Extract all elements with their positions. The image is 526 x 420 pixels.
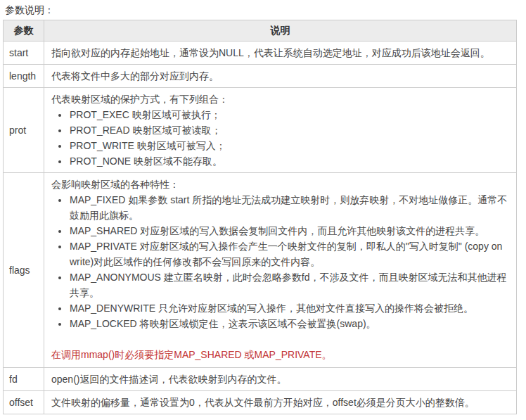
desc-intro: 代表映射区域的保护方式，有下列组合： [51,91,509,107]
desc-cell-fd: open()返回的文件描述词，代表欲映射到内存的文件。 [44,368,517,391]
list-item: MAP_PRIVATE 对应射区域的写入操作会产生一个映射文件的复制，即私人的"… [69,238,509,269]
list-item: MAP_LOCKED 将映射区域锁定住，这表示该区域不会被置换(swap)。 [69,316,509,331]
table-row-length: length 代表将文件中多大的部分对应到内存。 [4,65,517,88]
parameters-table: 参数 说明 start 指向欲对应的内存起始地址，通常设为NULL，代表让系统自… [3,20,517,414]
list-item: PROT_WRITE 映射区域可被写入； [69,138,509,153]
red-note: 在调用mmap()时必须要指定MAP_SHARED 或MAP_PRIVATE。 [51,347,509,362]
list-item: PROT_NONE 映射区域不能存取。 [69,153,509,169]
param-cell-start: start [4,42,44,65]
desc-cell-length: 代表将文件中多大的部分对应到内存。 [44,65,517,88]
param-cell-length: length [4,65,44,88]
desc-cell-offset: 文件映射的偏移量，通常设置为0，代表从文件最前方开始对应，offset必须是分页… [44,391,517,414]
list-item: PROT_READ 映射区域可被读取； [69,122,509,138]
list-item: MAP_DENYWRITE 只允许对应射区域的写入操作，其他对文件直接写入的操作… [69,300,509,316]
table-row-fd: fd open()返回的文件描述词，代表欲映射到内存的文件。 [4,368,517,391]
list-item: MAP_FIXED 如果参数 start 所指的地址无法成功建立映射时，则放弃映… [69,192,509,223]
table-header-row: 参数 说明 [4,20,517,42]
desc-text: 代表将文件中多大的部分对应到内存。 [51,68,509,84]
list-item: MAP_SHARED 对应射区域的写入数据会复制回文件内，而且允许其他映射该文件… [69,223,509,238]
desc-intro: 会影响映射区域的各种特性： [51,177,509,192]
desc-text: 指向欲对应的内存起始地址，通常设为NULL，代表让系统自动选定地址，对应成功后该… [51,45,509,61]
table-row-start: start 指向欲对应的内存起始地址，通常设为NULL，代表让系统自动选定地址，… [4,42,517,65]
table-row-offset: offset 文件映射的偏移量，通常设置为0，代表从文件最前方开始对应，offs… [4,391,517,414]
list-item: MAP_ANONYMOUS 建立匿名映射，此时会忽略参数fd，不涉及文件，而且映… [69,269,509,300]
param-cell-fd: fd [4,368,44,391]
flags-options-list: MAP_FIXED 如果参数 start 所指的地址无法成功建立映射时，则放弃映… [51,192,509,331]
desc-cell-flags: 会影响映射区域的各种特性： MAP_FIXED 如果参数 start 所指的地址… [44,173,517,368]
desc-cell-prot: 代表映射区域的保护方式，有下列组合： PROT_EXEC 映射区域可被执行； P… [44,88,517,173]
table-row-prot: prot 代表映射区域的保护方式，有下列组合： PROT_EXEC 映射区域可被… [4,88,517,173]
prot-options-list: PROT_EXEC 映射区域可被执行； PROT_READ 映射区域可被读取； … [51,107,509,169]
table-row-flags: flags 会影响映射区域的各种特性： MAP_FIXED 如果参数 start… [4,173,517,368]
document-page: 参数说明： 参数 说明 start 指向欲对应的内存起始地址，通常设为NULL，… [0,5,526,414]
list-item: PROT_EXEC 映射区域可被执行； [69,107,509,122]
desc-text: 文件映射的偏移量，通常设置为0，代表从文件最前方开始对应，offset必须是分页… [51,395,509,410]
header-cell-desc: 说明 [44,20,517,42]
section-title: 参数说明： [5,5,526,15]
param-cell-flags: flags [4,173,44,368]
desc-text: open()返回的文件描述词，代表欲映射到内存的文件。 [51,371,509,387]
desc-cell-start: 指向欲对应的内存起始地址，通常设为NULL，代表让系统自动选定地址，对应成功后该… [44,42,517,65]
header-cell-param: 参数 [4,20,44,42]
param-cell-prot: prot [4,88,44,173]
param-cell-offset: offset [4,391,44,414]
